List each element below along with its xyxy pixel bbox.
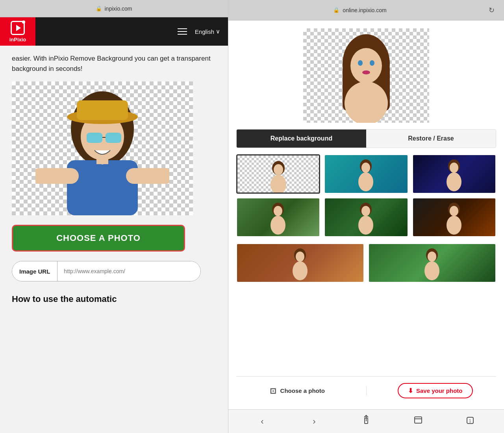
woman-image-left: [35, 81, 169, 215]
share-button[interactable]: [358, 413, 375, 430]
bg-option-white[interactable]: [236, 154, 320, 194]
choose-photo-right-label: Choose a photo: [280, 387, 325, 394]
image-url-row: Image URL: [12, 261, 201, 281]
bg-option-brick[interactable]: [236, 243, 364, 283]
hamburger-menu[interactable]: [178, 28, 187, 35]
svg-point-37: [450, 206, 458, 216]
bg-thumb-white-inner: [237, 155, 319, 192]
bg-thumb-fire-inner: [413, 198, 495, 236]
thumb-person-brick: [289, 245, 311, 281]
bg-option-jungle[interactable]: [324, 198, 408, 237]
thumb-person-space: [443, 156, 465, 192]
back-button[interactable]: ‹: [254, 413, 271, 430]
tab-bar: Replace background Restore / Erase: [236, 129, 496, 148]
action-bar: ⊡ Choose a photo ⬇ Save your photo: [236, 376, 496, 402]
bottom-nav: ‹ ›: [228, 409, 504, 433]
svg-point-18: [362, 70, 370, 74]
bg-thumb-space-inner: [413, 155, 495, 193]
svg-rect-3: [77, 100, 128, 120]
svg-point-41: [293, 261, 308, 280]
svg-rect-11: [96, 158, 108, 164]
thumb-person-fire: [443, 200, 465, 235]
thumb-person-forest: [267, 200, 289, 235]
thumb-person-white: [267, 157, 290, 192]
svg-point-22: [274, 164, 283, 175]
back-icon: ‹: [261, 416, 263, 427]
refresh-button[interactable]: ↻: [485, 4, 498, 17]
background-grid-row3: [236, 243, 496, 283]
svg-rect-7: [67, 160, 138, 215]
image-url-input[interactable]: [57, 261, 200, 281]
photo-preview-left: [12, 81, 193, 215]
logo-box: inPixio: [0, 17, 35, 46]
tab-replace-background[interactable]: Replace background: [237, 130, 366, 148]
photo-preview-right: [303, 28, 429, 123]
svg-point-34: [361, 206, 370, 216]
bg-option-fire[interactable]: [412, 198, 496, 237]
svg-point-20: [345, 81, 388, 123]
save-photo-section: ⬇ Save your photo: [367, 383, 497, 398]
lock-icon-right: 🔒: [333, 7, 339, 13]
background-grid: [236, 154, 496, 237]
thumb-person-jungle: [355, 200, 377, 235]
svg-point-38: [447, 216, 461, 235]
bg-option-space[interactable]: [412, 154, 496, 194]
tab-restore-label: Restore / Erase: [408, 135, 454, 142]
hamburger-line-2: [178, 31, 187, 32]
svg-point-43: [428, 252, 436, 262]
language-label: English: [195, 28, 214, 35]
woman-image-right: [327, 28, 406, 123]
choose-photo-right-button[interactable]: ⊡ Choose a photo: [236, 386, 367, 396]
svg-point-15: [350, 48, 382, 83]
bg-thumb-jungle-inner: [325, 198, 407, 236]
svg-point-31: [274, 206, 282, 216]
choose-photo-button[interactable]: CHOOSE A PHOTO: [12, 225, 185, 252]
tagline-text: easier. With inPixio Remove Background y…: [12, 54, 216, 74]
svg-rect-8: [35, 168, 79, 184]
url-left: inpixio.com: [104, 6, 132, 12]
language-selector[interactable]: English ∨: [195, 28, 220, 35]
url-section-right: 🔒 online.inpixio.com: [235, 7, 485, 13]
svg-text:1: 1: [469, 419, 471, 423]
tabs-icon: 1: [465, 416, 475, 427]
svg-point-26: [358, 172, 373, 191]
svg-point-16: [358, 60, 363, 66]
hamburger-line-3: [178, 34, 187, 35]
save-photo-button[interactable]: ⬇ Save your photo: [398, 383, 473, 398]
header-right: English ∨: [178, 28, 220, 35]
checker-pattern: [237, 155, 319, 192]
svg-rect-5: [106, 133, 121, 143]
right-panel: 🔒 online.inpixio.com ↻: [228, 0, 504, 433]
bookmarks-icon: [413, 416, 423, 427]
left-header: inPixio English ∨: [0, 17, 228, 46]
svg-point-35: [358, 216, 373, 235]
lock-icon-left: 🔒: [96, 6, 102, 11]
bg-thumb-green-wall-inner: [369, 244, 495, 282]
bg-option-forest-light[interactable]: [236, 198, 320, 237]
bg-thumb-forest-light-inner: [237, 198, 319, 236]
bg-thumb-teal-inner: [325, 155, 407, 193]
left-panel: 🔒 inpixio.com inPixio English ∨ easier. …: [0, 0, 228, 433]
how-to-heading: How to use the automatic: [12, 294, 216, 304]
svg-point-40: [296, 252, 304, 262]
svg-rect-4: [87, 133, 102, 143]
svg-point-28: [450, 163, 458, 173]
tabs-button[interactable]: 1: [461, 413, 479, 430]
bg-option-green-wall[interactable]: [368, 243, 496, 283]
logo-text: inPixio: [9, 37, 26, 43]
svg-point-23: [271, 175, 286, 192]
right-main-content: Replace background Restore / Erase: [228, 20, 504, 409]
browser-bar-right: 🔒 online.inpixio.com ↻: [228, 0, 504, 20]
tab-restore-erase[interactable]: Restore / Erase: [366, 130, 496, 148]
svg-rect-9: [126, 168, 169, 184]
thumb-person-teal: [355, 156, 377, 192]
tab-replace-label: Replace background: [271, 135, 332, 142]
svg-rect-46: [415, 417, 422, 423]
bookmarks-button[interactable]: [410, 413, 427, 430]
logo-dot: [22, 20, 25, 24]
choose-photo-label: CHOOSE A PHOTO: [56, 233, 141, 243]
bg-option-teal[interactable]: [324, 154, 408, 194]
chevron-down-icon: ∨: [216, 28, 220, 35]
download-icon: ⬇: [408, 387, 413, 394]
forward-button[interactable]: ›: [306, 413, 323, 430]
